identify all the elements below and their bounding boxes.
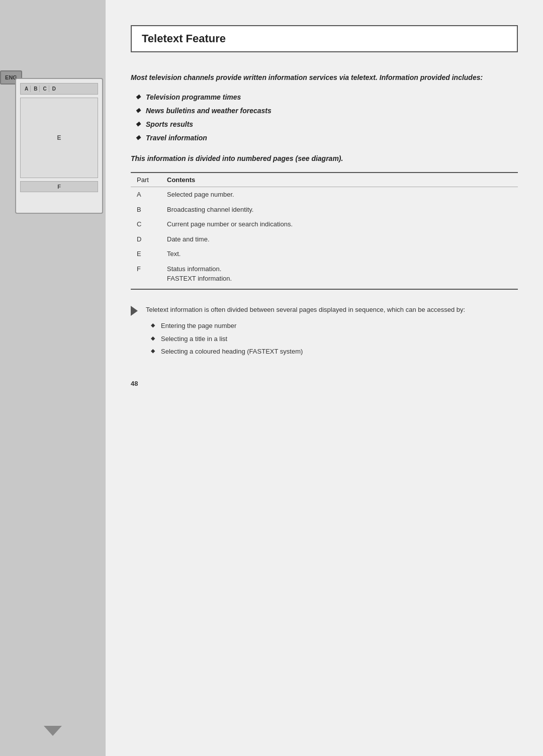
label-c: C — [41, 86, 49, 92]
table-cell-contents: Text. — [161, 246, 518, 262]
table-row: B Broadcasting channel identity. — [131, 202, 518, 217]
info-table: Part Contents A Selected page number. B … — [131, 172, 518, 290]
list-item: Entering the page number — [151, 321, 465, 331]
label-d: D — [50, 86, 58, 92]
label-a: A — [23, 86, 31, 92]
table-row: C Current page number or search indicati… — [131, 217, 518, 232]
table-row: D Date and time. — [131, 232, 518, 247]
table-row: E Text. — [131, 246, 518, 262]
table-cell-part: F — [131, 262, 161, 289]
list-item: Sports results — [136, 119, 518, 130]
diagram-note: This information is divided into numbere… — [131, 153, 518, 164]
label-f: F — [57, 184, 61, 190]
table-cell-contents: Broadcasting channel identity. — [161, 202, 518, 217]
table-cell-part: B — [131, 202, 161, 217]
table-row: A Selected page number. — [131, 187, 518, 202]
tv-diagram-bottom: F — [20, 181, 98, 192]
note-arrow-icon — [131, 306, 138, 316]
table-cell-contents: Status information.FASTEXT information. — [161, 262, 518, 289]
page-title: Teletext Feature — [142, 32, 507, 45]
intro-text: Most television channels provide written… — [131, 72, 518, 83]
table-header-part: Part — [131, 173, 161, 187]
page-number: 48 — [131, 380, 518, 387]
tv-diagram: A B C D E F — [15, 78, 103, 214]
list-item: Television programme times — [136, 92, 518, 103]
teletext-note-text: Teletext information is often divided be… — [146, 305, 465, 315]
left-sidebar: ENG A B C D E F — [0, 0, 106, 756]
page-title-box: Teletext Feature — [131, 25, 518, 52]
table-cell-contents: Current page number or search indication… — [161, 217, 518, 232]
label-b: B — [32, 86, 40, 92]
table-cell-part: D — [131, 232, 161, 247]
table-cell-part: E — [131, 246, 161, 262]
features-list: Television programme times News bulletin… — [131, 92, 518, 143]
list-item: Travel information — [136, 133, 518, 143]
note-content: Teletext information is often divided be… — [146, 305, 465, 360]
table-cell-contents: Date and time. — [161, 232, 518, 247]
table-cell-part: A — [131, 187, 161, 202]
list-item: Selecting a title in a list — [151, 334, 465, 344]
nav-arrow-icon — [44, 726, 62, 736]
table-row: F Status information.FASTEXT information… — [131, 262, 518, 289]
tv-diagram-main: E — [20, 98, 98, 178]
tv-diagram-top-row: A B C D — [20, 83, 98, 95]
main-content: Teletext Feature Most television channel… — [106, 0, 543, 756]
table-cell-contents: Selected page number. — [161, 187, 518, 202]
teletext-note-section: Teletext information is often divided be… — [131, 305, 518, 360]
table-header-contents: Contents — [161, 173, 518, 187]
table-cell-part: C — [131, 217, 161, 232]
label-e: E — [57, 134, 61, 141]
access-methods-list: Entering the page number Selecting a tit… — [146, 321, 465, 357]
list-item: News bulletins and weather forecasts — [136, 106, 518, 116]
list-item: Selecting a coloured heading (FASTEXT sy… — [151, 347, 465, 357]
